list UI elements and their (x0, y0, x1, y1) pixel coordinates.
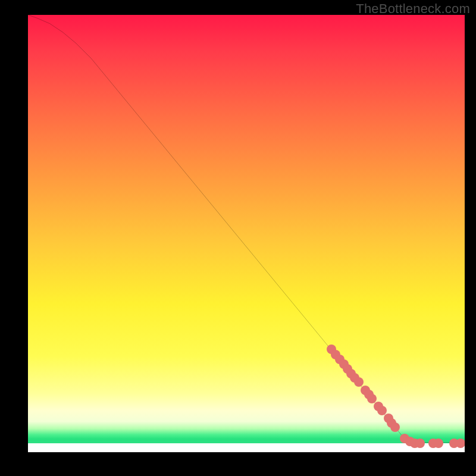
chart-frame: TheBottleneck.com (0, 0, 476, 476)
data-marker (415, 439, 425, 448)
data-marker (354, 377, 364, 387)
watermark-text: TheBottleneck.com (356, 1, 470, 17)
curve-path (28, 15, 465, 443)
curve-svg (28, 15, 465, 452)
plot-area (28, 15, 465, 452)
data-marker (434, 439, 443, 448)
data-marker (456, 439, 465, 448)
